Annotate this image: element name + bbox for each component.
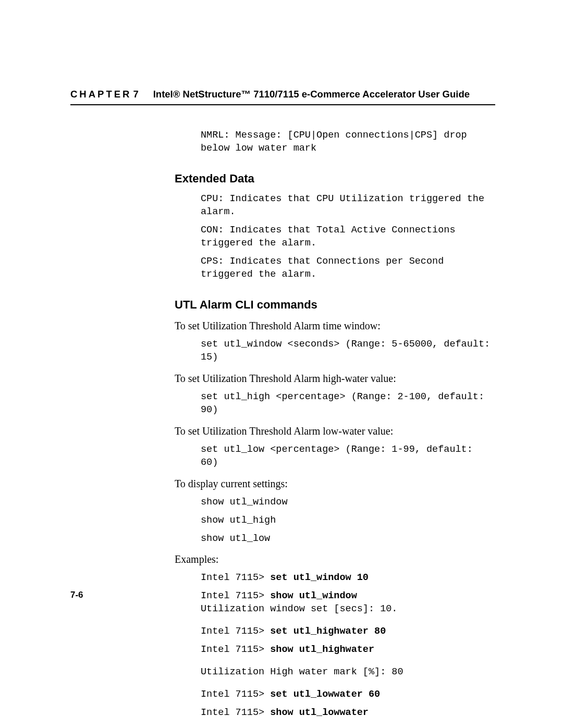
para-set-window: To set Utilization Threshold Alarm time …	[175, 319, 495, 333]
code-show-low: show utl_low	[201, 533, 495, 546]
example-line: Intel 7115> show utl_lowwater	[201, 707, 495, 720]
header-rule	[70, 104, 495, 105]
example-line: Intel 7115> show utl_window	[201, 590, 495, 603]
extended-data-line: CPU: Indicates that CPU Utilization trig…	[201, 193, 495, 219]
header-title: Intel® NetStructure™ 7110/7115 e-Commerc…	[153, 89, 470, 100]
cli-command: show utl_window	[270, 590, 357, 601]
example-line: Intel 7115> set utl_lowwater 60	[201, 688, 495, 701]
page-content: NMRL: Message: [CPU|Open connections|CPS…	[175, 129, 495, 728]
example-line: Intel 7115> set utl_window 10	[201, 572, 495, 585]
para-examples: Examples:	[175, 552, 495, 566]
chapter-number: 7	[133, 89, 138, 100]
code-show-high: show utl_high	[201, 514, 495, 527]
example-line: Intel 7115> show utl_highwater	[201, 644, 495, 657]
cli-command: set utl_window 10	[270, 572, 369, 583]
para-set-high: To set Utilization Threshold Alarm high-…	[175, 372, 495, 386]
cli-prompt: Intel 7115>	[201, 707, 270, 718]
code-show-window: show utl_window	[201, 496, 495, 509]
page: CHAPTER 7 Intel® NetStructure™ 7110/7115…	[0, 0, 563, 728]
example-output: Utilization High water mark [%]: 80	[201, 666, 495, 679]
cli-prompt: Intel 7115>	[201, 689, 270, 700]
extended-data-line: CON: Indicates that Total Active Connect…	[201, 224, 495, 250]
page-header: CHAPTER 7 Intel® NetStructure™ 7110/7115…	[70, 89, 495, 100]
cli-prompt: Intel 7115>	[201, 626, 270, 637]
cli-prompt: Intel 7115>	[201, 590, 270, 601]
intro-code: NMRL: Message: [CPU|Open connections|CPS…	[201, 129, 495, 155]
page-number: 7-6	[70, 590, 83, 600]
code-set-low: set utl_low <percentage> (Range: 1-99, d…	[201, 443, 495, 470]
chapter-word: CHAPTER	[70, 89, 131, 100]
cli-command: show utl_lowwater	[270, 707, 369, 718]
cli-command: show utl_highwater	[270, 644, 374, 655]
cli-prompt: Intel 7115>	[201, 572, 270, 583]
heading-utl-alarm-cli: UTL Alarm CLI commands	[175, 298, 495, 312]
example-line: Intel 7115> set utl_highwater 80	[201, 625, 495, 638]
example-output: Utilization window set [secs]: 10.	[201, 603, 495, 616]
cli-command: set utl_lowwater 60	[270, 689, 380, 700]
cli-command: set utl_highwater 80	[270, 626, 386, 637]
cli-prompt: Intel 7115>	[201, 644, 270, 655]
code-set-high: set utl_high <percentage> (Range: 2-100,…	[201, 391, 495, 417]
para-set-low: To set Utilization Threshold Alarm low-w…	[175, 424, 495, 438]
code-set-window: set utl_window <seconds> (Range: 5-65000…	[201, 338, 495, 364]
extended-data-line: CPS: Indicates that Connections per Seco…	[201, 255, 495, 281]
para-display: To display current settings:	[175, 477, 495, 491]
heading-extended-data: Extended Data	[175, 172, 495, 186]
